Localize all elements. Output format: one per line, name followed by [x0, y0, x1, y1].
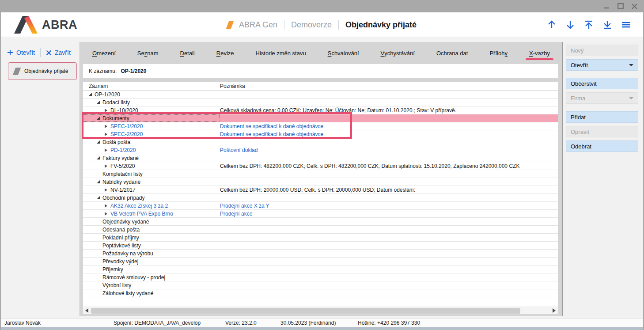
- tree-row[interactable]: Požadavky na výrobu: [83, 250, 558, 258]
- scroll-right-icon[interactable]: [553, 308, 556, 313]
- tree-row[interactable]: SPEC-2/2020Dokument se specifikací k dan…: [83, 130, 558, 138]
- tree-row[interactable]: VB Veletrh PVA Expo BrnoProdejní akce: [83, 210, 558, 218]
- tab-omezeni[interactable]: Omezení: [90, 42, 118, 64]
- sidebar-item-objednavky-prijate[interactable]: Objednávky přijaté: [8, 62, 77, 80]
- open-workspace-button[interactable]: Otevřít: [7, 49, 35, 56]
- expand-icon[interactable]: [105, 204, 107, 208]
- tab-seznam[interactable]: Seznam: [135, 42, 161, 64]
- action-button-obcerstvit[interactable]: Občerstvit: [566, 78, 638, 89]
- maximize-icon[interactable]: [617, 3, 624, 10]
- tree-row[interactable]: Nabídky vydané: [83, 178, 558, 186]
- app-window: ABRA ABRA Gen Demoverze Objednávky přija…: [0, 0, 644, 330]
- collapse-icon[interactable]: [97, 140, 100, 144]
- arrow-to-bottom-icon[interactable]: [602, 19, 613, 30]
- tab-prilohy[interactable]: Přílohy: [487, 42, 510, 64]
- tree-row[interactable]: Odeslaná pošta: [83, 226, 558, 234]
- record-label: SPEC-1/2020: [110, 123, 143, 129]
- expand-icon[interactable]: [105, 188, 107, 192]
- tree-row[interactable]: Dokumenty: [83, 114, 558, 122]
- arrow-down-icon[interactable]: [564, 19, 576, 30]
- tab-x-vazby[interactable]: X-vazby: [527, 42, 553, 64]
- column-header-zaznam: Záznam: [83, 83, 220, 89]
- minimize-icon[interactable]: [603, 3, 610, 10]
- tab-label: mezení: [97, 50, 116, 57]
- tree-row[interactable]: Rámcové smlouvy - prodej: [83, 273, 558, 281]
- plus-icon: [7, 49, 13, 56]
- page-title: Objednávky přijaté: [345, 20, 417, 30]
- tree-row[interactable]: Kompletační listy: [83, 170, 558, 178]
- horizontal-scrollbar[interactable]: [83, 307, 558, 314]
- collapse-icon[interactable]: [97, 196, 100, 199]
- menu-icon[interactable]: [620, 19, 632, 30]
- collapse-icon[interactable]: [97, 156, 100, 159]
- close-icon[interactable]: [631, 3, 638, 10]
- tree-row[interactable]: FV-5/2020Celkem bez DPH: 482200,000 CZK;…: [83, 162, 558, 170]
- action-button-opravit: Opravit: [566, 126, 638, 137]
- tab-label: Ochrana dat: [436, 50, 468, 57]
- expand-icon[interactable]: [105, 125, 107, 128]
- tree-row[interactable]: DL-10/2020Celková skladová cena: 0,00 CZ…: [83, 106, 558, 114]
- note-cell: Prodejní akce X za Y: [220, 202, 558, 209]
- tab-historie-zmen-stavu[interactable]: Historie změn stavu: [253, 42, 309, 64]
- collapse-icon[interactable]: [97, 117, 100, 120]
- window-bottom-edge: [1, 327, 643, 330]
- action-button-pridat[interactable]: Přidat: [566, 111, 638, 123]
- tab-ochrana-dat[interactable]: Ochrana dat: [434, 42, 471, 64]
- note-cell: [220, 91, 558, 98]
- abra-logo: ABRA: [14, 16, 77, 34]
- tree-row[interactable]: NV-1/2017Celkem bez DPH: 20000,000 USD; …: [83, 186, 558, 194]
- expand-icon[interactable]: [105, 133, 107, 136]
- expand-icon[interactable]: [105, 109, 107, 112]
- tree-row[interactable]: PD-1/2020Poštovní doklad: [83, 146, 558, 154]
- button-label: Otevřít: [571, 62, 588, 68]
- tree-row[interactable]: Výrobní listy: [83, 281, 558, 289]
- tab-label: X: [529, 50, 533, 57]
- tree-row[interactable]: Dodací listy: [83, 99, 558, 106]
- tab-label: R: [216, 50, 220, 57]
- collapse-icon[interactable]: [97, 180, 100, 183]
- tree-spacer: [97, 268, 100, 271]
- tree-row[interactable]: Faktury vydané: [83, 154, 558, 162]
- tree-row[interactable]: Obchodní případy: [83, 194, 558, 202]
- expand-icon[interactable]: [105, 164, 107, 168]
- tree-row[interactable]: Převodky výdej: [83, 258, 558, 266]
- record-cell: Pokladní příjmy: [83, 234, 220, 241]
- record-label: FV-5/2020: [110, 163, 135, 169]
- tab-revize[interactable]: Revize: [214, 42, 237, 64]
- record-cell: FV-5/2020: [83, 162, 220, 170]
- tree-row[interactable]: Pokladní příjmy: [83, 234, 558, 242]
- tree-row[interactable]: SPEC-1/2020Dokument se specifikací k dan…: [83, 122, 558, 130]
- tree-row[interactable]: Poptávkové listy: [83, 242, 558, 250]
- tab-label: Historie změn stavu: [256, 50, 306, 57]
- expand-icon[interactable]: [105, 148, 107, 152]
- action-button-otevrit[interactable]: Otevřít: [566, 59, 638, 71]
- collapse-icon[interactable]: [97, 101, 100, 104]
- tree-spacer: [97, 172, 100, 175]
- scrollbar-thumb[interactable]: [91, 308, 520, 314]
- tab-vychystavani[interactable]: Vychystávání: [378, 42, 417, 64]
- tree-row[interactable]: Příjemky: [83, 266, 558, 273]
- action-button-odebrat[interactable]: Odebrat: [566, 140, 638, 152]
- breadcrumb-divider: [284, 20, 284, 30]
- expand-icon[interactable]: [105, 212, 107, 216]
- record-label: AK32 Akce Získej 3 za 2: [110, 203, 168, 209]
- tree-spacer: [97, 228, 100, 231]
- vertical-divider: [40, 48, 41, 57]
- tree-row[interactable]: OP-1/2020: [83, 91, 558, 99]
- note-cell: [220, 266, 558, 273]
- close-workspace-button[interactable]: Zavřít: [46, 49, 71, 56]
- tree-row[interactable]: AK32 Akce Získej 3 za 2Prodejní akce X z…: [83, 202, 558, 210]
- tab-detail[interactable]: Detail: [178, 42, 197, 64]
- arrow-up-icon[interactable]: [546, 19, 557, 30]
- button-label: Občerstvit: [571, 80, 597, 87]
- tree-row[interactable]: Došlá pošta: [83, 138, 558, 146]
- record-label: Pokladní příjmy: [102, 235, 139, 241]
- note-cell: [220, 138, 558, 146]
- tree-row[interactable]: Zálohové listy vydané: [83, 289, 558, 297]
- note-cell: [220, 154, 558, 162]
- collapse-icon[interactable]: [89, 93, 92, 96]
- tree-row[interactable]: Objednávky vydané: [83, 218, 558, 226]
- tab-schvalovani[interactable]: Schvalování: [325, 42, 362, 64]
- scroll-left-icon[interactable]: [85, 308, 88, 313]
- arrow-to-top-icon[interactable]: [583, 19, 595, 30]
